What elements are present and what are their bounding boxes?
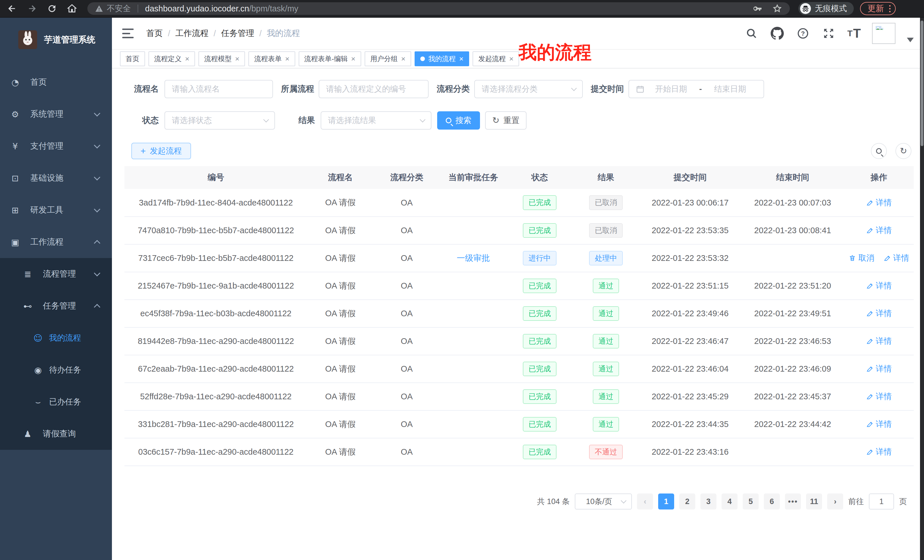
breadcrumb-item[interactable]: 我的流程 [267, 28, 300, 39]
jump-page-input[interactable] [869, 494, 894, 509]
security-warning[interactable]: 不安全 [95, 3, 131, 14]
fullscreen-icon[interactable] [820, 25, 837, 41]
view-tab[interactable]: 流程表单 × [248, 51, 295, 66]
browser-update-button[interactable]: 更新 [860, 2, 896, 15]
close-icon[interactable]: × [401, 55, 405, 63]
detail-action[interactable]: 详情 [866, 225, 892, 236]
help-icon[interactable]: ? [795, 25, 811, 41]
detail-action[interactable]: 详情 [866, 335, 892, 346]
sidebar-item[interactable]: 工作流程 [0, 226, 112, 258]
sidebar-item[interactable]: 待办任务 [0, 354, 112, 386]
detail-action[interactable]: 详情 [866, 419, 892, 430]
task-link[interactable]: 一级审批 [457, 253, 490, 263]
bookmark-star-icon[interactable] [772, 3, 782, 14]
edit-icon [866, 310, 873, 317]
next-page-button[interactable]: › [827, 494, 843, 509]
prev-page-button[interactable]: ‹ [637, 494, 653, 509]
browser-menu-icon[interactable] [889, 5, 891, 12]
app-logo[interactable]: 芋道管理系统 [0, 18, 112, 55]
font-size-icon[interactable]: TT [846, 25, 862, 41]
chevron-down-icon [571, 85, 577, 91]
forward-icon[interactable] [24, 1, 40, 16]
page-scrollbar[interactable] [920, 18, 924, 560]
sidebar-item[interactable]: 基础设施 [0, 162, 112, 194]
sidebar-item[interactable]: 任务管理 [0, 290, 112, 322]
result-badge: 通过 [593, 279, 619, 293]
toggle-search-button[interactable] [871, 143, 887, 159]
end-date-input[interactable]: 结束日期 [704, 84, 757, 94]
detail-action[interactable]: 详情 [866, 197, 892, 208]
sidebar-item[interactable]: 系统管理 [0, 98, 112, 130]
home-icon[interactable] [64, 1, 80, 16]
current-task-cell: 一级审批 [440, 244, 507, 272]
scrollbar-thumb[interactable] [921, 21, 923, 146]
search-icon[interactable] [744, 25, 759, 41]
breadcrumb-item[interactable]: 首页 / [146, 28, 176, 39]
category-select[interactable]: 请选择流程分类 [474, 80, 583, 98]
search-button[interactable]: 搜索 [437, 111, 480, 130]
detail-action[interactable]: 详情 [866, 446, 892, 457]
status-badge: 已完成 [523, 334, 556, 349]
process-name-input[interactable]: 请输入流程名 [165, 80, 273, 98]
detail-action[interactable]: 详情 [866, 391, 892, 402]
sidebar-item[interactable]: 已办任务 [0, 386, 112, 418]
address-bar[interactable]: 不安全 dashboard.yudao.iocoder.cn/bpm/task/… [87, 2, 790, 15]
page-button[interactable]: 11 [806, 494, 822, 509]
process-def-input[interactable]: 请输入流程定义的编号 [319, 80, 429, 98]
actions-cell: 取消 详情 [844, 244, 914, 272]
detail-action[interactable]: 详情 [884, 253, 909, 264]
breadcrumb-item[interactable]: 任务管理 / [221, 28, 267, 39]
category-cell: OA [374, 217, 440, 244]
close-icon[interactable]: × [351, 55, 356, 63]
close-icon[interactable]: × [185, 55, 189, 63]
page-button[interactable]: 2 [679, 494, 695, 509]
page-button[interactable]: 1 [658, 494, 674, 509]
create-process-button[interactable]: +发起流程 [131, 143, 191, 159]
process-id-cell: 2152467e-7b9b-11ec-9a1b-acde48001122 [124, 272, 307, 300]
detail-action[interactable]: 详情 [866, 280, 892, 291]
close-icon[interactable]: × [459, 55, 464, 63]
table-body: 3ad174fb-7b9d-11ec-8404-acde48001122 OA … [124, 189, 914, 466]
page-size-select[interactable]: 10条/页 [575, 494, 632, 509]
avatar-caret-icon[interactable] [907, 38, 914, 42]
breadcrumb-item[interactable]: 工作流程 / [176, 28, 221, 39]
page-button[interactable]: 3 [700, 494, 716, 509]
start-date-input[interactable]: 开始日期 [645, 84, 698, 94]
status-select[interactable]: 请选择状态 [165, 111, 275, 130]
page-button[interactable]: 6 [764, 494, 780, 509]
url-divider [138, 4, 138, 13]
view-tab[interactable]: 发起流程 × [472, 51, 519, 66]
github-icon[interactable] [769, 25, 785, 41]
sidebar-item[interactable]: 我的流程 [0, 322, 112, 354]
page-button[interactable]: ••• [785, 494, 801, 509]
close-icon[interactable]: × [235, 55, 239, 63]
view-tab[interactable]: 首页 [120, 51, 145, 66]
sidebar-item[interactable]: 请假查询 [0, 418, 112, 450]
collapse-menu-icon[interactable] [122, 28, 134, 38]
sidebar-item[interactable]: 研发工具 [0, 194, 112, 226]
reload-icon[interactable] [44, 1, 60, 16]
detail-action[interactable]: 详情 [866, 308, 892, 319]
view-tab[interactable]: 流程表单-编辑 × [298, 51, 361, 66]
page-button[interactable]: 4 [722, 494, 738, 509]
back-icon[interactable] [4, 1, 20, 16]
sidebar-item[interactable]: 首页 [0, 66, 112, 98]
sidebar-item[interactable]: 支付管理 [0, 130, 112, 162]
detail-action[interactable]: 详情 [866, 363, 892, 374]
page-button[interactable]: 5 [742, 494, 759, 509]
view-tab[interactable]: 用户分组 × [364, 51, 411, 66]
refresh-button[interactable]: ↻ [896, 143, 911, 159]
view-tab[interactable]: 流程定义 × [148, 51, 195, 66]
reset-button[interactable]: ↻重置 [485, 111, 526, 130]
sidebar-item[interactable]: 流程管理 [0, 258, 112, 290]
view-tab[interactable]: 我的流程 × [415, 51, 469, 66]
key-icon[interactable] [752, 3, 762, 14]
close-icon[interactable]: × [509, 55, 513, 63]
user-avatar[interactable] [872, 23, 896, 44]
cancel-action[interactable]: 取消 [849, 253, 874, 264]
view-tab[interactable]: 流程模型 × [198, 51, 245, 66]
result-select[interactable]: 请选择流结果 [321, 111, 432, 130]
sidebar-item-label: 已办任务 [49, 397, 81, 407]
date-range-picker[interactable]: 开始日期 - 结束日期 [628, 80, 764, 98]
close-icon[interactable]: × [285, 55, 289, 63]
